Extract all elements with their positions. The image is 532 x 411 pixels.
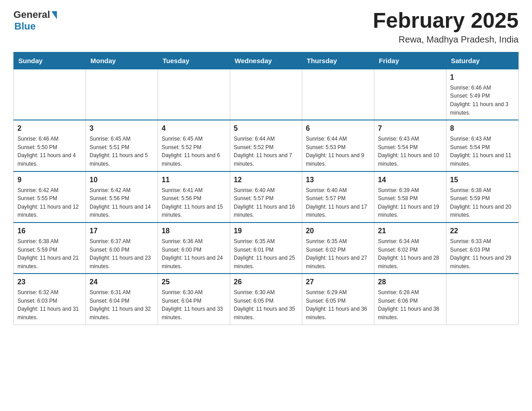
day-info: Sunrise: 6:40 AM Sunset: 5:57 PM Dayligh… (306, 186, 370, 219)
day-number: 27 (306, 277, 370, 287)
logo-blue-text: Blue (13, 21, 36, 32)
day-info: Sunrise: 6:42 AM Sunset: 5:56 PM Dayligh… (90, 186, 154, 219)
day-info: Sunrise: 6:43 AM Sunset: 5:54 PM Dayligh… (378, 135, 442, 168)
day-number: 17 (90, 226, 154, 236)
day-info: Sunrise: 6:45 AM Sunset: 5:51 PM Dayligh… (90, 135, 154, 168)
day-info: Sunrise: 6:34 AM Sunset: 6:02 PM Dayligh… (378, 237, 442, 270)
day-info: Sunrise: 6:28 AM Sunset: 6:06 PM Dayligh… (378, 288, 442, 321)
table-row: 5Sunrise: 6:44 AM Sunset: 5:52 PM Daylig… (230, 120, 302, 171)
day-info: Sunrise: 6:38 AM Sunset: 5:59 PM Dayligh… (450, 186, 515, 219)
table-row: 8Sunrise: 6:43 AM Sunset: 5:54 PM Daylig… (446, 120, 519, 171)
day-info: Sunrise: 6:43 AM Sunset: 5:54 PM Dayligh… (450, 135, 515, 168)
table-row: 25Sunrise: 6:30 AM Sunset: 6:04 PM Dayli… (158, 274, 230, 325)
table-row: 7Sunrise: 6:43 AM Sunset: 5:54 PM Daylig… (374, 120, 446, 171)
day-info: Sunrise: 6:40 AM Sunset: 5:57 PM Dayligh… (234, 186, 298, 219)
table-row (446, 274, 519, 325)
day-info: Sunrise: 6:31 AM Sunset: 6:04 PM Dayligh… (90, 288, 154, 321)
day-number: 18 (162, 226, 226, 236)
logo-general-text: General (13, 9, 50, 21)
day-number: 10 (90, 175, 154, 185)
table-row: 18Sunrise: 6:36 AM Sunset: 6:00 PM Dayli… (158, 223, 230, 274)
day-info: Sunrise: 6:37 AM Sunset: 6:00 PM Dayligh… (90, 237, 154, 270)
day-number: 12 (234, 175, 298, 185)
table-row: 20Sunrise: 6:35 AM Sunset: 6:02 PM Dayli… (302, 223, 374, 274)
col-wednesday: Wednesday (230, 52, 302, 69)
logo-arrow-icon (51, 11, 57, 19)
day-number: 2 (17, 123, 82, 134)
calendar-week-row: 16Sunrise: 6:38 AM Sunset: 5:59 PM Dayli… (14, 223, 519, 274)
table-row: 17Sunrise: 6:37 AM Sunset: 6:00 PM Dayli… (86, 223, 158, 274)
day-number: 22 (450, 226, 515, 236)
table-row: 15Sunrise: 6:38 AM Sunset: 5:59 PM Dayli… (446, 171, 519, 223)
day-number: 25 (162, 277, 226, 287)
table-row: 12Sunrise: 6:40 AM Sunset: 5:57 PM Dayli… (230, 171, 302, 223)
month-title: February 2025 (373, 9, 519, 33)
col-sunday: Sunday (14, 52, 86, 69)
calendar-header-row: Sunday Monday Tuesday Wednesday Thursday… (14, 52, 519, 69)
table-row: 21Sunrise: 6:34 AM Sunset: 6:02 PM Dayli… (374, 223, 446, 274)
table-row: 10Sunrise: 6:42 AM Sunset: 5:56 PM Dayli… (86, 171, 158, 223)
day-info: Sunrise: 6:38 AM Sunset: 5:59 PM Dayligh… (17, 237, 82, 270)
table-row: 3Sunrise: 6:45 AM Sunset: 5:51 PM Daylig… (86, 120, 158, 171)
day-number: 23 (17, 277, 82, 287)
day-info: Sunrise: 6:39 AM Sunset: 5:58 PM Dayligh… (378, 186, 442, 219)
table-row (158, 69, 230, 120)
day-number: 13 (306, 175, 370, 185)
day-number: 26 (234, 277, 298, 287)
table-row: 23Sunrise: 6:32 AM Sunset: 6:03 PM Dayli… (14, 274, 86, 325)
day-number: 3 (90, 123, 154, 134)
day-info: Sunrise: 6:36 AM Sunset: 6:00 PM Dayligh… (162, 237, 226, 270)
col-thursday: Thursday (302, 52, 374, 69)
table-row (302, 69, 374, 120)
table-row: 28Sunrise: 6:28 AM Sunset: 6:06 PM Dayli… (374, 274, 446, 325)
table-row (86, 69, 158, 120)
day-info: Sunrise: 6:29 AM Sunset: 6:05 PM Dayligh… (306, 288, 370, 321)
table-row: 9Sunrise: 6:42 AM Sunset: 5:55 PM Daylig… (14, 171, 86, 223)
title-section: February 2025 Rewa, Madhya Pradesh, Indi… (373, 9, 519, 45)
table-row (374, 69, 446, 120)
day-number: 20 (306, 226, 370, 236)
day-number: 1 (450, 72, 515, 83)
table-row: 6Sunrise: 6:44 AM Sunset: 5:53 PM Daylig… (302, 120, 374, 171)
calendar-week-row: 23Sunrise: 6:32 AM Sunset: 6:03 PM Dayli… (14, 274, 519, 325)
col-tuesday: Tuesday (158, 52, 230, 69)
table-row: 19Sunrise: 6:35 AM Sunset: 6:01 PM Dayli… (230, 223, 302, 274)
day-number: 11 (162, 175, 226, 185)
day-info: Sunrise: 6:46 AM Sunset: 5:49 PM Dayligh… (450, 84, 515, 117)
table-row: 11Sunrise: 6:41 AM Sunset: 5:56 PM Dayli… (158, 171, 230, 223)
table-row (14, 69, 86, 120)
table-row: 2Sunrise: 6:46 AM Sunset: 5:50 PM Daylig… (14, 120, 86, 171)
day-info: Sunrise: 6:42 AM Sunset: 5:55 PM Dayligh… (17, 186, 82, 219)
table-row: 27Sunrise: 6:29 AM Sunset: 6:05 PM Dayli… (302, 274, 374, 325)
logo: General Blue (13, 9, 57, 32)
day-info: Sunrise: 6:45 AM Sunset: 5:52 PM Dayligh… (162, 135, 226, 168)
day-number: 15 (450, 175, 515, 185)
table-row: 24Sunrise: 6:31 AM Sunset: 6:04 PM Dayli… (86, 274, 158, 325)
day-number: 28 (378, 277, 442, 287)
table-row: 16Sunrise: 6:38 AM Sunset: 5:59 PM Dayli… (14, 223, 86, 274)
day-number: 14 (378, 175, 442, 185)
day-number: 16 (17, 226, 82, 236)
day-number: 19 (234, 226, 298, 236)
day-info: Sunrise: 6:46 AM Sunset: 5:50 PM Dayligh… (17, 135, 82, 168)
day-info: Sunrise: 6:30 AM Sunset: 6:04 PM Dayligh… (162, 288, 226, 321)
day-number: 24 (90, 277, 154, 287)
col-monday: Monday (86, 52, 158, 69)
page-header: General Blue February 2025 Rewa, Madhya … (13, 9, 519, 45)
day-number: 8 (450, 123, 515, 134)
table-row: 13Sunrise: 6:40 AM Sunset: 5:57 PM Dayli… (302, 171, 374, 223)
day-info: Sunrise: 6:35 AM Sunset: 6:02 PM Dayligh… (306, 237, 370, 270)
day-number: 5 (234, 123, 298, 134)
day-info: Sunrise: 6:35 AM Sunset: 6:01 PM Dayligh… (234, 237, 298, 270)
table-row (230, 69, 302, 120)
calendar-week-row: 9Sunrise: 6:42 AM Sunset: 5:55 PM Daylig… (14, 171, 519, 223)
calendar-week-row: 2Sunrise: 6:46 AM Sunset: 5:50 PM Daylig… (14, 120, 519, 171)
day-info: Sunrise: 6:44 AM Sunset: 5:53 PM Dayligh… (306, 135, 370, 168)
table-row: 14Sunrise: 6:39 AM Sunset: 5:58 PM Dayli… (374, 171, 446, 223)
day-info: Sunrise: 6:41 AM Sunset: 5:56 PM Dayligh… (162, 186, 226, 219)
table-row: 26Sunrise: 6:30 AM Sunset: 6:05 PM Dayli… (230, 274, 302, 325)
location-text: Rewa, Madhya Pradesh, India (373, 34, 519, 45)
calendar-week-row: 1Sunrise: 6:46 AM Sunset: 5:49 PM Daylig… (14, 69, 519, 120)
day-number: 21 (378, 226, 442, 236)
day-info: Sunrise: 6:30 AM Sunset: 6:05 PM Dayligh… (234, 288, 298, 321)
